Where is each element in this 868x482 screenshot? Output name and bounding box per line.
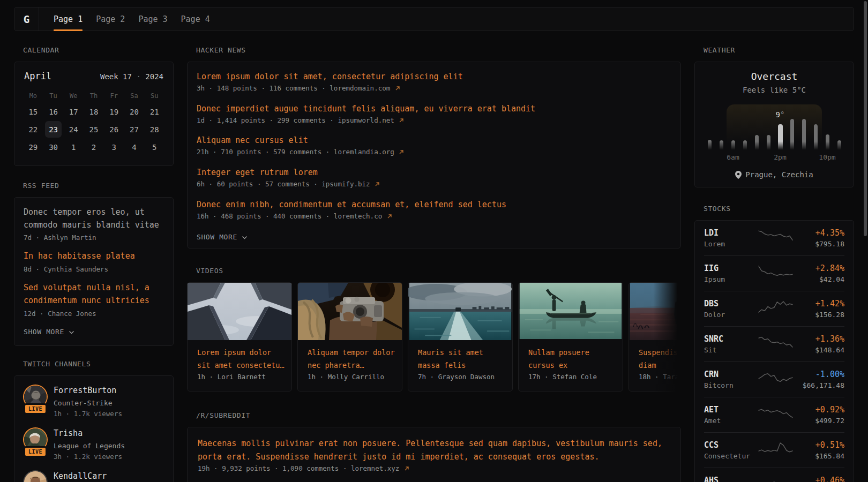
stock-row[interactable]: AHS +0.46% (704, 468, 844, 482)
nav-tab-page-2[interactable]: Page 2 (96, 7, 125, 31)
video-title[interactable]: Nullam posuere cursus ex (528, 346, 616, 372)
videos-widget: VIDEOS (187, 266, 681, 392)
calendar-day[interactable]: 29 (23, 138, 43, 156)
rss-show-more-button[interactable]: SHOW MORE (24, 327, 164, 336)
stock-row[interactable]: SNRC Sit +1.36% $148.64 (704, 326, 844, 362)
hackernews-item-title[interactable]: Aliquam nec cursus elit (197, 134, 671, 147)
twitch-channel-row[interactable]: KendallCarr (24, 470, 164, 482)
stock-sparkline (759, 263, 793, 280)
rss-item-title[interactable]: Donec tempor eros leo, ut commodo mauris… (24, 206, 164, 231)
calendar-day[interactable]: 18 (84, 103, 104, 120)
rss-item-meta: 8d · Cynthia Saunders (24, 264, 164, 275)
calendar-day[interactable]: 19 (104, 103, 124, 120)
calendar-day[interactable]: 17 (63, 103, 84, 120)
stock-left: IIG Ipsum (704, 262, 725, 285)
calendar-day[interactable]: 26 (104, 120, 124, 138)
calendar-day[interactable]: 28 (144, 120, 164, 138)
calendar-day[interactable]: 4 (124, 138, 145, 156)
weather-bar (826, 134, 829, 150)
calendar-day[interactable]: 24 (63, 120, 84, 138)
stock-row[interactable]: DBS Dolor +1.42% $156.28 (704, 291, 844, 326)
calendar-dow: We (63, 89, 84, 103)
right-column: WEATHER Overcast Feels like 5°C 9° 6am2p… (694, 46, 854, 482)
calendar-day[interactable]: 27 (124, 120, 145, 138)
hackernews-item: Donec imperdiet augue tincidunt felis al… (197, 102, 671, 126)
twitch-avatar-wrap (24, 470, 47, 482)
stock-left: CRN Bitcorn (704, 368, 734, 391)
stock-row[interactable]: CRN Bitcorn -1.00% $66,171.48 (704, 362, 844, 397)
hackernews-item-title[interactable]: Donec enim nibh, condimentum et accumsan… (197, 198, 671, 211)
stock-symbol: CCS (704, 439, 750, 451)
hackernews-item: Aliquam nec cursus elit 21h · 710 points… (197, 134, 671, 158)
calendar-day[interactable]: 30 (43, 138, 64, 156)
video-title[interactable]: Mauris sit amet massa felis (418, 346, 506, 372)
video-card[interactable]: Suspendisse eget diam 18h · Tara (628, 282, 681, 392)
twitch-channel-row[interactable]: LIVE Trisha League of Legends 3h · 1.2k … (24, 427, 164, 462)
calendar-widget: CALENDAR April Week 17 · 2024 MoTuWeThFr… (14, 46, 174, 166)
app-logo[interactable]: G (14, 7, 39, 31)
video-thumbnail-sea (408, 283, 512, 340)
video-title[interactable]: Suspendisse eget diam (639, 346, 681, 372)
video-card[interactable]: Mauris sit amet massa felis 7h · Grayson… (408, 282, 513, 392)
stock-sparkline-path (759, 443, 793, 452)
twitch-channel-row[interactable]: LIVE ForrestBurton Counter-Strike 1h · 1… (24, 385, 164, 419)
hackernews-item-title[interactable]: Donec imperdiet augue tincidunt felis al… (197, 102, 671, 115)
weather-bar (802, 119, 806, 150)
video-thumbnail-misty-field (629, 283, 681, 340)
video-title[interactable]: Lorem ipsum dolor sit amet consectetu… (197, 346, 285, 372)
stock-right: +1.42% $156.28 (815, 298, 844, 320)
stock-left: AET Amet (704, 404, 721, 426)
stock-row[interactable]: IIG Ipsum +2.84% $42.04 (704, 255, 844, 291)
stock-symbol: SNRC (704, 333, 723, 345)
twitch-avatar-wrap: LIVE (24, 385, 47, 419)
calendar-day[interactable]: 16 (43, 103, 64, 120)
weather-bar (755, 135, 759, 150)
calendar-day[interactable]: 23 (43, 120, 64, 138)
stock-name: Bitcorn (704, 380, 734, 391)
video-card[interactable]: Aliquam tempor dolor nec pharetra… 1h · … (297, 282, 402, 392)
nav-tab-label: Page 4 (181, 14, 210, 24)
calendar-day[interactable]: 25 (84, 120, 104, 138)
subreddit-post-title[interactable]: Maecenas mollis pulvinar erat non posuer… (198, 437, 670, 463)
calendar-day[interactable]: 21 (144, 103, 164, 120)
stock-row[interactable]: LDI Lorem +4.35% $795.18 (704, 221, 844, 255)
stock-symbol: CRN (704, 368, 734, 380)
video-card[interactable]: Lorem ipsum dolor sit amet consectetu… 1… (187, 282, 292, 392)
video-card[interactable]: Nullam posuere cursus ex 17h · Stefan Co… (518, 282, 623, 392)
calendar-day[interactable]: 2 (84, 138, 104, 156)
scrollbar-thumb[interactable] (864, 1, 867, 236)
nav-tab-page-3[interactable]: Page 3 (138, 7, 167, 31)
nav-tab-label: Page 3 (138, 14, 167, 24)
stock-row[interactable]: CCS Consectetur +0.51% $165.84 (704, 432, 844, 468)
calendar-day[interactable]: 3 (104, 138, 124, 156)
video-meta: 18h · Tara (639, 372, 681, 382)
stock-sparkline (759, 440, 793, 456)
hackernews-item: Lorem ipsum dolor sit amet, consectetur … (197, 70, 671, 94)
stock-sparkline-path (759, 374, 793, 382)
rss-item-title[interactable]: Sed volutpat nulla nisl, a condimentum n… (24, 282, 164, 307)
nav-tab-page-4[interactable]: Page 4 (181, 7, 210, 31)
stock-sparkline-path (759, 302, 793, 312)
hackernews-item-title[interactable]: Integer eget rutrum lorem (197, 166, 671, 179)
stock-row[interactable]: AET Amet +0.92% $499.72 (704, 397, 844, 432)
active-tab-underline (54, 29, 83, 31)
video-title[interactable]: Aliquam tempor dolor nec pharetra… (308, 346, 395, 372)
hackernews-item-title[interactable]: Lorem ipsum dolor sit amet, consectetur … (197, 70, 671, 83)
videos-row: Lorem ipsum dolor sit amet consectetu… 1… (187, 282, 681, 392)
rss-item: Sed volutpat nulla nisl, a condimentum n… (24, 282, 164, 319)
calendar-dow: Fr (104, 89, 124, 103)
weather-temp-label: 9° (776, 110, 785, 119)
calendar-day[interactable]: 5 (144, 138, 164, 156)
calendar-day[interactable]: 15 (23, 103, 43, 120)
twitch-box: LIVE ForrestBurton Counter-Strike 1h · 1… (14, 375, 174, 482)
rss-item-title[interactable]: In hac habitasse platea (24, 250, 164, 263)
calendar-day[interactable]: 22 (23, 120, 43, 138)
calendar-day[interactable]: 1 (63, 138, 84, 156)
calendar-day[interactable]: 20 (124, 103, 145, 120)
rss-widget: RSS FEED Donec tempor eros leo, ut commo… (14, 181, 174, 346)
nav-tab-page-1[interactable]: Page 1 (54, 7, 83, 31)
calendar-header: April Week 17 · 2024 (23, 70, 164, 82)
hackernews-show-more-button[interactable]: SHOW MORE (197, 232, 671, 242)
stock-name: Ipsum (704, 274, 725, 285)
stock-name: Amet (704, 416, 721, 426)
